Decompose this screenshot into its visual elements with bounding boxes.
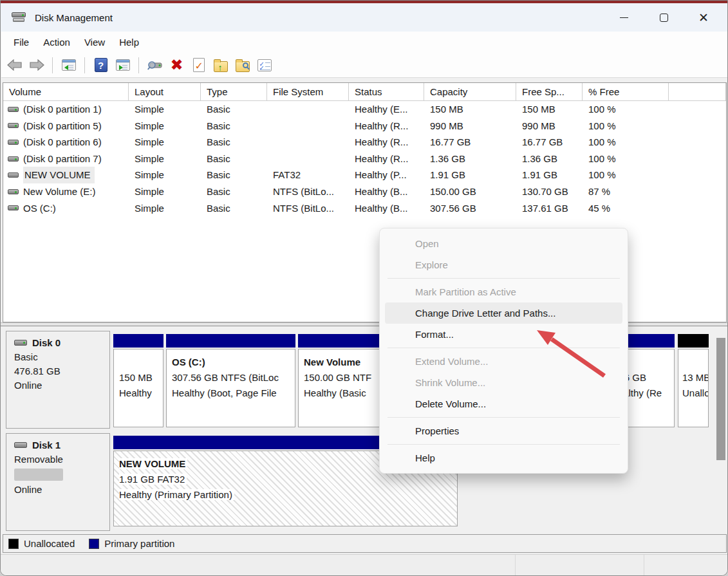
menu-item-format[interactable]: Format... — [385, 324, 622, 345]
scrollbar-thumb[interactable] — [716, 338, 725, 460]
disk1-status: Online — [14, 484, 109, 495]
column-header-file-system[interactable]: File System — [267, 83, 349, 101]
disk-management-app-icon — [12, 11, 27, 24]
disk1-icon — [14, 442, 27, 448]
console-tree-icon[interactable] — [61, 57, 77, 73]
menu-item-open: Open — [385, 233, 622, 254]
table-row[interactable]: OS (C:) Simple Basic NTFS (BitLo... Heal… — [3, 200, 726, 217]
menu-help[interactable]: Help — [112, 33, 146, 51]
menu-item-extend-volume: Extend Volume... — [385, 351, 622, 372]
column-header-layout[interactable]: Layout — [129, 83, 201, 101]
unallocated-label: Unallocated — [24, 538, 75, 549]
menu-separator — [387, 417, 620, 418]
close-icon: ✕ — [698, 12, 709, 24]
help-icon[interactable]: ? — [93, 57, 109, 73]
disk0-header[interactable]: Disk 0 Basic 476.81 GB Online — [6, 331, 110, 429]
forward-icon[interactable] — [28, 57, 44, 73]
menu-file[interactable]: File — [6, 33, 36, 51]
primary-partition-label: Primary partition — [104, 538, 174, 549]
unallocated-swatch — [8, 539, 19, 549]
toolbar-separator — [52, 57, 53, 73]
table-row[interactable]: (Disk 0 partition 7) Simple Basic Health… — [3, 151, 726, 167]
maximize-icon — [660, 14, 668, 22]
statusbar — [1, 554, 728, 576]
disk0-size: 476.81 GB — [14, 366, 109, 376]
menu-item-shrink-volume: Shrink Volume... — [385, 372, 622, 393]
menu-separator — [387, 348, 620, 348]
explore-folder-icon[interactable] — [234, 57, 250, 73]
menu-action[interactable]: Action — [36, 33, 77, 51]
disk0-icon — [14, 340, 27, 346]
menu-item-delete-volume[interactable]: Delete Volume... — [385, 393, 622, 414]
menu-item-properties[interactable]: Properties — [385, 420, 622, 441]
menu-item-change-drive-letter[interactable]: Change Drive Letter and Paths... — [385, 302, 622, 324]
toolbar-separator — [138, 57, 139, 73]
column-header-filler — [669, 83, 726, 101]
volume-icon — [8, 140, 19, 145]
volume-table-header: Volume Layout Type File System Status Ca… — [3, 83, 726, 101]
disk1-size-redacted — [14, 469, 63, 481]
delete-volume-icon[interactable]: ✖ — [169, 57, 185, 73]
table-row[interactable]: (Disk 0 partition 5) Simple Basic Health… — [3, 118, 726, 135]
menu-item-help[interactable]: Help — [385, 447, 622, 469]
table-row[interactable]: (Disk 0 partition 1) Simple Basic Health… — [3, 101, 726, 118]
close-button[interactable]: ✕ — [684, 3, 723, 32]
titlebar: Disk Management ✕ — [1, 3, 728, 32]
maximize-button[interactable] — [644, 3, 684, 32]
minimize-icon — [620, 17, 628, 18]
unallocated-bar — [678, 334, 709, 348]
disk1-header[interactable]: Disk 1 Removable Online — [6, 433, 110, 531]
disk0-status: Online — [14, 380, 109, 391]
window-controls: ✕ — [604, 3, 723, 32]
statusbar-segment — [516, 555, 644, 576]
menu-item-mark-partition-active: Mark Partition as Active — [385, 281, 622, 302]
volume-icon — [8, 172, 19, 178]
legend-bar: Unallocated Primary partition — [3, 534, 727, 553]
toolbar-separator — [84, 57, 85, 73]
disk0-partition-1[interactable]: 150 MB Healthy — [113, 334, 163, 429]
volume-context-menu: Open Explore Mark Partition as Active Ch… — [379, 228, 628, 474]
disk0-name: Disk 0 — [32, 337, 61, 348]
table-row-selected[interactable]: NEW VOLUME Simple Basic FAT32 Healthy (P… — [3, 167, 726, 183]
volume-icon — [8, 189, 19, 194]
window-title: Disk Management — [35, 12, 113, 23]
back-icon[interactable] — [6, 57, 23, 73]
properties-checklist-icon[interactable]: ✓✓ — [256, 57, 272, 73]
primary-partition-swatch — [89, 539, 99, 549]
volume-icon — [8, 107, 19, 112]
disk-management-window: Disk Management ✕ File Action View Help … — [0, 0, 728, 576]
disk1-type: Removable — [14, 454, 109, 465]
menu-item-explore: Explore — [385, 254, 622, 275]
column-header-type[interactable]: Type — [201, 83, 267, 101]
column-header-status[interactable]: Status — [349, 83, 424, 101]
menu-separator — [387, 278, 620, 279]
open-folder-icon[interactable]: ↑ — [212, 57, 229, 73]
column-header-pct-free[interactable]: % Free — [583, 83, 669, 101]
toolbar: ? ✖ ✓ ↑ ✓✓ — [1, 53, 728, 78]
disk0-type: Basic — [14, 351, 109, 362]
drive-search-icon[interactable] — [147, 57, 163, 73]
table-row[interactable]: New Volume (E:) Simple Basic NTFS (BitLo… — [3, 183, 726, 200]
primary-partition-bar — [166, 334, 295, 348]
volume-icon — [8, 156, 19, 162]
statusbar-segment — [1, 555, 516, 576]
action-pane-icon[interactable] — [115, 57, 131, 73]
primary-partition-bar — [113, 334, 163, 348]
disk0-unallocated[interactable]: 13 MB Unallocated — [678, 334, 709, 429]
statusbar-segment — [644, 555, 728, 576]
column-header-capacity[interactable]: Capacity — [424, 83, 516, 101]
volume-icon — [8, 205, 19, 210]
disk1-name: Disk 1 — [32, 440, 61, 451]
mark-active-document-icon[interactable]: ✓ — [191, 57, 207, 73]
vertical-scrollbar[interactable] — [716, 331, 726, 531]
menu-separator — [387, 444, 620, 445]
column-header-volume[interactable]: Volume — [3, 83, 129, 101]
menubar: File Action View Help — [1, 32, 728, 53]
disk0-partition-os[interactable]: OS (C:) 307.56 GB NTFS (BitLoc Healthy (… — [166, 334, 295, 429]
minimize-button[interactable] — [604, 3, 644, 32]
column-header-free-space[interactable]: Free Sp... — [516, 83, 583, 101]
table-row[interactable]: (Disk 0 partition 6) Simple Basic Health… — [3, 134, 726, 151]
volume-icon — [8, 123, 19, 128]
menu-view[interactable]: View — [77, 33, 112, 51]
